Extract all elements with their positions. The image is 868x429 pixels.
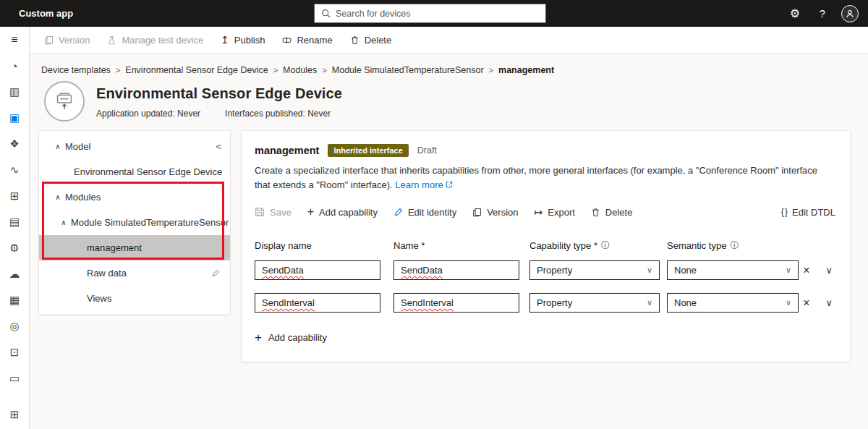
nav-entities[interactable]: ⊞ <box>0 183 29 209</box>
help-button[interactable]: ? <box>809 0 836 27</box>
save-button[interactable]: Save <box>255 207 292 218</box>
capability-row: SendInterval SendInterval Property ∨ Non… <box>255 293 835 313</box>
row-actions: × ∨ <box>803 297 835 309</box>
chevron-down-icon: ∨ <box>647 266 652 275</box>
monitor-icon: ▭ <box>9 372 20 385</box>
nav-audit-logs[interactable]: ▦ <box>0 287 29 313</box>
nav-device-templates[interactable]: ▣ <box>0 105 29 131</box>
nav-analytics[interactable]: ▥ <box>0 79 29 105</box>
breadcrumb-separator: > <box>273 66 278 75</box>
settings-button[interactable]: ⚙ <box>781 0 809 27</box>
save-label: Save <box>270 207 292 218</box>
save-icon <box>255 207 265 217</box>
views-label: Views <box>87 293 111 304</box>
nav-data-explorer[interactable]: ∿ <box>0 157 29 183</box>
version-interface-button[interactable]: Version <box>472 207 518 218</box>
device-search-box[interactable] <box>314 4 546 23</box>
search-input[interactable] <box>336 9 539 19</box>
admin-icon: ⊞ <box>10 408 20 421</box>
delete-interface-button[interactable]: Delete <box>591 207 633 218</box>
nav-device-groups[interactable]: ❖ <box>0 131 29 157</box>
application-updated-text: Application updated: Never <box>96 109 200 119</box>
remove-capability-button[interactable]: × <box>803 297 809 309</box>
semantic-type-select[interactable]: None ∨ <box>667 260 799 280</box>
nav-forms[interactable]: ▤ <box>0 209 29 235</box>
remove-capability-button[interactable]: × <box>803 265 809 276</box>
connections-icon: ☁ <box>9 268 20 281</box>
edit-identity-label: Edit identity <box>408 207 456 218</box>
edit-dtdl-button[interactable]: { } Edit DTDL <box>781 207 835 218</box>
nav-admin[interactable]: ⊞ <box>0 402 29 428</box>
trash-icon <box>591 208 600 217</box>
tree-item-raw-data[interactable]: Raw data <box>39 260 230 286</box>
display-name-input[interactable]: SendInterval <box>255 293 380 313</box>
tree-item-management[interactable]: management <box>39 235 230 260</box>
add-capability-button[interactable]: + Add capability <box>307 206 378 218</box>
breadcrumb-modules[interactable]: Modules <box>283 65 317 75</box>
row-actions: × ∨ <box>803 265 835 276</box>
nav-jobs[interactable]: ⚙ <box>0 235 29 261</box>
breadcrumb-device-templates[interactable]: Device templates <box>41 65 111 75</box>
menu-icon: ≡ <box>11 33 17 46</box>
nav-search[interactable]: ◎ <box>0 313 29 339</box>
delete-button[interactable]: Delete <box>343 27 399 53</box>
nav-monitor[interactable]: ▭ <box>0 365 29 391</box>
manage-test-device-button[interactable]: Manage test device <box>100 27 210 53</box>
audit-logs-icon: ▦ <box>9 294 20 307</box>
edit-pencil-icon[interactable] <box>211 269 230 278</box>
semantic-type-value: None <box>674 265 697 276</box>
version-interface-label: Version <box>487 207 518 218</box>
name-input[interactable]: SendData <box>393 260 519 280</box>
semantic-type-select[interactable]: None ∨ <box>667 293 799 313</box>
display-name-input[interactable]: SendData <box>255 260 380 280</box>
edit-identity-button[interactable]: Edit identity <box>393 207 456 218</box>
interface-name-heading: management <box>255 145 319 156</box>
expand-capability-button[interactable]: ∨ <box>825 266 833 275</box>
publish-button[interactable]: ↥ Publish <box>213 27 272 53</box>
tree-section-modules[interactable]: ∧ Modules <box>39 184 230 210</box>
breadcrumb-device[interactable]: Environmental Sensor Edge Device <box>125 65 268 75</box>
breadcrumb-current: management <box>498 65 554 75</box>
help-icon: ? <box>820 8 825 20</box>
draft-status: Draft <box>417 145 437 156</box>
page-content: Device templates > Environmental Sensor … <box>30 54 868 429</box>
manage-test-device-label: Manage test device <box>122 35 203 46</box>
nav-deployments[interactable]: ⊡ <box>0 339 29 365</box>
tree-section-module-simulatedtemperaturesensor[interactable]: ∧ Module SimulatedTemperatureSensor <box>39 210 230 235</box>
breadcrumb-separator: > <box>116 66 120 75</box>
tree-item-views[interactable]: Views <box>39 286 230 311</box>
tree-section-model[interactable]: ∧ Model < <box>39 134 230 159</box>
chevron-down-icon: ∨ <box>786 266 791 275</box>
menu-button[interactable]: ≡ <box>0 27 29 53</box>
deployments-icon: ⊡ <box>10 346 20 359</box>
search-nav-icon: ◎ <box>9 320 19 333</box>
gear-icon: ⚙ <box>790 7 800 20</box>
export-button[interactable]: ↦ Export <box>535 207 575 218</box>
rename-button[interactable]: Rename <box>275 27 339 53</box>
pencil-icon <box>393 208 403 217</box>
nav-overview[interactable]: ◔ <box>0 53 29 79</box>
capability-type-label: Capability type * <box>529 240 597 251</box>
breadcrumb-module[interactable]: Module SimulatedTemperatureSensor <box>332 65 484 75</box>
learn-more-link[interactable]: Learn more <box>395 178 452 192</box>
breadcrumb-separator: > <box>489 66 493 75</box>
name-value: SendInterval <box>401 297 454 308</box>
tree-item-device-interface[interactable]: Environmental Sensor Edge Device <box>39 159 230 184</box>
account-button[interactable] <box>836 0 864 27</box>
management-label: management <box>87 242 142 253</box>
capability-type-select[interactable]: Property ∨ <box>529 260 660 280</box>
name-input[interactable]: SendInterval <box>393 293 519 313</box>
device-image-upload[interactable] <box>44 81 85 122</box>
nav-connections[interactable]: ☁ <box>0 261 29 287</box>
version-button[interactable]: Version <box>37 27 97 53</box>
expand-capability-button[interactable]: ∨ <box>825 298 833 307</box>
chevron-up-icon[interactable]: ∧ <box>52 143 64 150</box>
capability-type-select[interactable]: Property ∨ <box>529 293 660 313</box>
collapse-pane-icon[interactable]: < <box>216 141 230 152</box>
info-icon[interactable]: ⓘ <box>730 239 739 252</box>
info-icon[interactable]: ⓘ <box>601 239 610 252</box>
chevron-up-icon[interactable]: ∧ <box>58 218 69 226</box>
chevron-up-icon[interactable]: ∧ <box>52 193 64 201</box>
add-capability-footer-button[interactable]: + Add capability <box>255 331 327 344</box>
left-nav-rail: ≡ ◔ ▥ ▣ ❖ ∿ ⊞ ▤ ⚙ ☁ ▦ ◎ ⊡ ▭ ⊞ <box>0 27 30 429</box>
